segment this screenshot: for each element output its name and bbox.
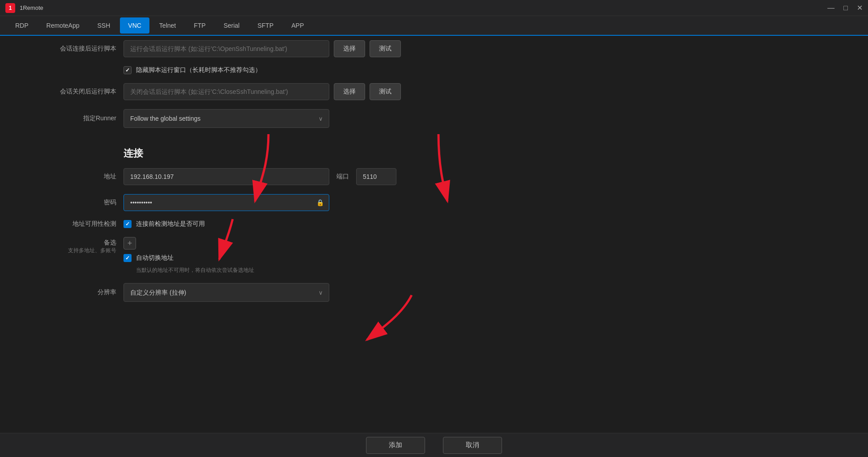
nav-item-sftp[interactable]: SFTP: [249, 17, 281, 34]
close-script-select-button[interactable]: 选择: [334, 83, 365, 100]
resolution-label: 分辨率: [18, 288, 116, 296]
runner-row: 指定Runner Follow the global settings Loca…: [18, 105, 519, 132]
nav-item-remoteapp[interactable]: RemoteApp: [38, 17, 88, 34]
close-script-test-button[interactable]: 测试: [370, 83, 401, 100]
address-row: 地址 端口: [18, 164, 519, 190]
close-script-input[interactable]: [123, 83, 329, 100]
address-check-checkbox[interactable]: [123, 220, 132, 228]
minimize-button[interactable]: —: [827, 4, 834, 12]
backup-add-row: +: [123, 237, 254, 250]
maximize-button[interactable]: □: [843, 4, 848, 12]
runner-select-wrapper: Follow the global settings Local Remote: [123, 109, 329, 128]
section-connection-title: 连接: [123, 140, 143, 162]
hide-window-text: 隐藏脚本运行窗口（长耗时脚本不推荐勾选）: [136, 66, 261, 74]
window-controls: — □ ✕: [827, 4, 863, 12]
hide-window-row: 隐藏脚本运行窗口（长耗时脚本不推荐勾选）: [18, 62, 519, 79]
startup-script-input[interactable]: [123, 40, 329, 57]
nav-item-ftp[interactable]: FTP: [186, 17, 213, 34]
app-title: 1Remote: [20, 4, 43, 11]
backup-label: 备选: [18, 239, 116, 247]
runner-select[interactable]: Follow the global settings Local Remote: [123, 109, 329, 128]
auto-switch-desc: 当默认的地址不可用时，将自动依次尝试备选地址: [136, 267, 254, 274]
startup-script-row: 会话连接后运行脚本 选择 测试: [18, 36, 519, 62]
title-bar: 1 1Remote — □ ✕: [0, 0, 868, 16]
auto-switch-checkbox[interactable]: [123, 254, 132, 262]
add-button[interactable]: 添加: [366, 437, 425, 454]
backup-add-button[interactable]: +: [123, 237, 136, 250]
backup-sub-label: 支持多地址、多账号: [18, 247, 116, 254]
main-content: 会话连接后运行脚本 选择 测试 隐藏脚本运行窗口（长耗时脚本不推荐勾选） 会话关…: [0, 36, 868, 433]
close-script-row: 会话关闭后运行脚本 选择 测试: [18, 79, 519, 105]
resolution-select[interactable]: 自定义分辨率 (拉伸) 全屏 窗口: [123, 283, 329, 302]
startup-script-controls: 选择 测试: [123, 40, 401, 57]
address-check-text: 连接前检测地址是否可用: [136, 220, 205, 228]
nav-item-telnet[interactable]: Telnet: [151, 17, 184, 34]
password-row: 密码 🔒: [18, 190, 519, 216]
nav-item-rdp[interactable]: RDP: [7, 17, 37, 34]
password-input[interactable]: [123, 194, 329, 211]
address-check-checkbox-row: 连接前检测地址是否可用: [123, 220, 205, 228]
hide-window-checkbox[interactable]: [123, 66, 132, 74]
password-label: 密码: [18, 199, 116, 207]
resolution-select-wrapper: 自定义分辨率 (拉伸) 全屏 窗口: [123, 283, 329, 302]
section-connection-row: 连接: [18, 132, 519, 164]
startup-script-label: 会话连接后运行脚本: [18, 45, 116, 53]
port-input[interactable]: [356, 168, 396, 185]
bottom-bar: 添加 取消: [0, 433, 868, 457]
address-port-group: 端口: [123, 168, 396, 185]
address-check-row: 地址可用性检测 连接前检测地址是否可用: [18, 216, 519, 233]
auto-switch-row: 自动切换地址: [123, 254, 254, 262]
password-wrapper: 🔒: [123, 194, 329, 211]
nav-item-app[interactable]: APP: [283, 17, 312, 34]
backup-row: 备选 支持多地址、多账号 + 自动切换地址 当默认的地址不可用时，将自动依次尝试…: [18, 233, 519, 279]
nav-item-serial[interactable]: Serial: [216, 17, 248, 34]
resolution-row: 分辨率 自定义分辨率 (拉伸) 全屏 窗口: [18, 279, 519, 306]
app-logo: 1: [5, 3, 15, 13]
close-button[interactable]: ✕: [857, 4, 863, 12]
backup-controls: + 自动切换地址 当默认的地址不可用时，将自动依次尝试备选地址: [123, 237, 254, 274]
port-label: 端口: [336, 173, 349, 181]
auto-switch-text: 自动切换地址: [136, 254, 174, 262]
cancel-button[interactable]: 取消: [443, 437, 502, 454]
nav-bar: RDP RemoteApp SSH VNC Telnet FTP Serial …: [0, 16, 868, 36]
address-input[interactable]: [123, 168, 329, 185]
hide-window-checkbox-row: 隐藏脚本运行窗口（长耗时脚本不推荐勾选）: [123, 66, 261, 74]
close-script-controls: 选择 测试: [123, 83, 401, 100]
close-script-label: 会话关闭后运行脚本: [18, 88, 116, 96]
runner-label: 指定Runner: [18, 114, 116, 123]
address-check-label: 地址可用性检测: [18, 220, 116, 228]
nav-item-vnc[interactable]: VNC: [120, 17, 149, 34]
startup-script-select-button[interactable]: 选择: [334, 40, 365, 57]
backup-label-group: 备选 支持多地址、多账号: [18, 237, 116, 254]
address-label: 地址: [18, 173, 116, 181]
nav-item-ssh[interactable]: SSH: [89, 17, 119, 34]
startup-script-test-button[interactable]: 测试: [370, 40, 401, 57]
